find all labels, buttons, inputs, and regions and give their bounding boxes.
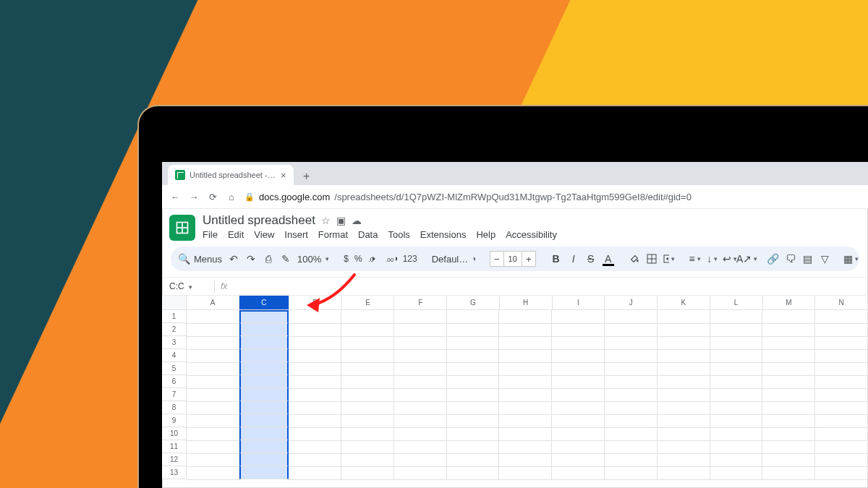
cell[interactable] [658, 388, 710, 402]
cell[interactable] [394, 427, 447, 441]
cell[interactable] [762, 414, 815, 428]
column-header-n[interactable]: N [815, 296, 868, 310]
merge-cells-button[interactable] [663, 253, 675, 265]
cloud-status-icon[interactable]: ☁ [352, 215, 362, 226]
cell[interactable] [447, 310, 500, 324]
cell[interactable] [447, 466, 500, 480]
filter-button[interactable]: ▽ [820, 253, 831, 265]
cell[interactable] [187, 440, 239, 454]
insert-comment-button[interactable]: 🗨 [785, 253, 796, 265]
cell[interactable] [552, 388, 605, 402]
cell[interactable] [762, 453, 815, 467]
redo-button[interactable]: ↷ [245, 253, 257, 265]
cell[interactable] [394, 323, 447, 337]
cell[interactable] [605, 349, 658, 363]
browser-tab-active[interactable]: Untitled spreadsheet - Google Sh × [168, 165, 294, 185]
cell[interactable] [394, 310, 447, 324]
cell[interactable] [187, 388, 239, 402]
cell[interactable] [341, 336, 394, 350]
menu-accessibility[interactable]: Accessibility [506, 229, 557, 240]
bold-button[interactable]: B [550, 253, 562, 265]
cell[interactable] [552, 336, 605, 350]
menu-help[interactable]: Help [476, 229, 495, 240]
cell[interactable] [658, 401, 710, 415]
cell[interactable] [239, 336, 289, 349]
row-header[interactable]: 4 [162, 349, 187, 362]
cell[interactable] [341, 375, 394, 389]
borders-button[interactable] [646, 253, 658, 265]
row-header[interactable]: 10 [162, 427, 187, 440]
cell[interactable] [762, 349, 815, 363]
cell[interactable] [447, 362, 500, 376]
cell[interactable] [499, 349, 552, 363]
cell[interactable] [289, 310, 341, 324]
cell[interactable] [815, 323, 868, 337]
cell[interactable] [394, 336, 447, 350]
cell[interactable] [710, 401, 763, 415]
move-icon[interactable]: ▣ [336, 215, 346, 226]
insert-chart-button[interactable]: ▤ [802, 253, 814, 265]
cell[interactable] [187, 427, 239, 441]
cell[interactable] [815, 440, 868, 454]
cell[interactable] [341, 349, 394, 363]
cell[interactable] [289, 362, 341, 376]
font-select[interactable]: Defaul… [432, 254, 475, 265]
cell[interactable] [239, 362, 289, 375]
increase-decimal-button[interactable]: .00 [386, 253, 397, 265]
menu-view[interactable]: View [254, 229, 274, 240]
menu-file[interactable]: File [203, 229, 218, 240]
cell[interactable] [447, 375, 500, 389]
column-header-m[interactable]: M [763, 296, 816, 310]
cell[interactable] [605, 388, 658, 402]
cell[interactable] [605, 440, 658, 454]
column-header-c[interactable]: C [239, 296, 289, 310]
cell[interactable] [187, 453, 239, 467]
format-currency-button[interactable]: $ [344, 254, 349, 264]
cell[interactable] [710, 349, 763, 363]
row-header[interactable]: 11 [162, 440, 187, 453]
cell[interactable] [499, 466, 552, 480]
cell[interactable] [239, 388, 289, 401]
cell[interactable] [658, 349, 710, 363]
cell[interactable] [289, 414, 341, 428]
cell[interactable] [815, 414, 868, 428]
cell[interactable] [187, 310, 239, 324]
cell[interactable] [447, 323, 500, 337]
cell[interactable] [762, 310, 815, 324]
cell[interactable] [394, 466, 447, 480]
column-header-f[interactable]: F [394, 296, 447, 310]
row-header[interactable]: 6 [162, 375, 187, 388]
menu-edit[interactable]: Edit [228, 229, 244, 240]
undo-button[interactable]: ↶ [228, 253, 239, 265]
cell[interactable] [187, 336, 239, 350]
cell[interactable] [447, 388, 500, 402]
cell[interactable] [289, 388, 341, 402]
italic-button[interactable]: I [568, 253, 579, 265]
cell[interactable] [552, 466, 605, 480]
formula-input[interactable] [227, 278, 868, 295]
cell[interactable] [658, 466, 710, 480]
cell[interactable] [187, 323, 239, 337]
cell[interactable] [341, 401, 394, 415]
zoom-select[interactable]: 100% [297, 254, 329, 265]
cell[interactable] [815, 388, 868, 402]
column-header-d[interactable]: D [289, 296, 342, 310]
column-header-h[interactable]: H [500, 296, 553, 310]
cell[interactable] [289, 323, 341, 337]
close-tab-icon[interactable]: × [281, 170, 286, 181]
doc-title[interactable]: Untitled spreadsheet [203, 213, 315, 228]
decrease-decimal-button[interactable]: .0 [368, 253, 380, 265]
cell[interactable] [289, 453, 341, 467]
print-button[interactable]: ⎙ [263, 253, 274, 265]
cell[interactable] [710, 375, 763, 389]
reload-button[interactable]: ⟳ [207, 192, 218, 202]
search-menus[interactable]: 🔍 Menus [178, 253, 222, 265]
cell[interactable] [815, 466, 868, 480]
column-header-j[interactable]: J [605, 296, 658, 310]
cell[interactable] [710, 323, 763, 337]
cell[interactable] [605, 310, 658, 324]
cell[interactable] [239, 401, 289, 414]
cell[interactable] [605, 427, 658, 441]
cell[interactable] [289, 427, 341, 441]
cell[interactable] [239, 440, 289, 453]
